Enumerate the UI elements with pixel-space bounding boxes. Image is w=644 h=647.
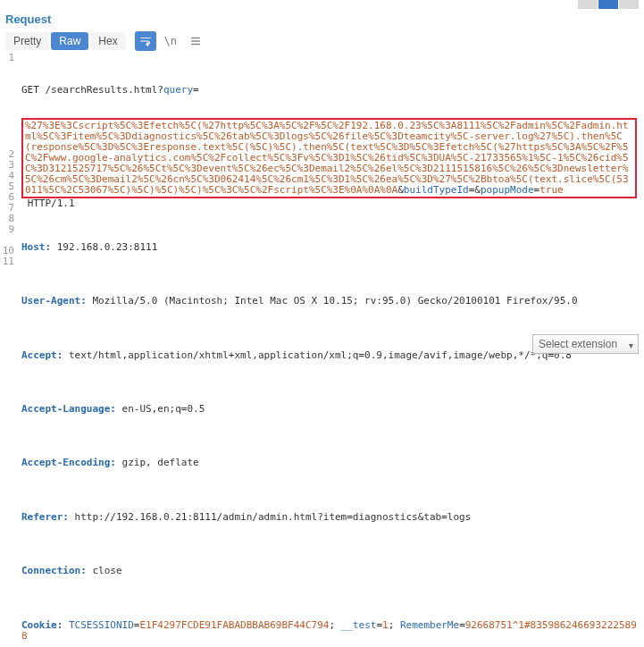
extension-select[interactable]: Select extension xyxy=(532,334,639,354)
newline-escape-icon[interactable]: \n xyxy=(160,31,181,51)
amp2: & xyxy=(474,184,481,196)
layout-single-button[interactable] xyxy=(619,0,639,9)
hdr-alang-k: Accept-Language: xyxy=(21,403,116,415)
hdr-ua-k: User-Agent: xyxy=(21,295,87,307)
hdr-aenc-v: gzip, deflate xyxy=(116,457,199,468)
sep2: ; xyxy=(389,619,400,631)
cookie-rem-k: RememberMe xyxy=(400,619,459,631)
request-heading: Request xyxy=(0,0,644,31)
param-popupMode: popupMode xyxy=(481,184,534,196)
highlighted-payload: %27%3E%3Cscript%5C%3Efetch%5C(%27http%5C… xyxy=(21,118,637,199)
hdr-ua-v: Mozilla/5.0 (Macintosh; Intel Mac OS X 1… xyxy=(87,295,578,307)
hdr-aenc-k: Accept-Encoding: xyxy=(21,457,116,468)
toggle-linewrap-icon[interactable] xyxy=(135,31,156,51)
hdr-accept-k: Accept: xyxy=(21,349,63,361)
cookie-test-v: 1 xyxy=(382,619,389,631)
hdr-host-k: Host: xyxy=(21,241,51,253)
cookie-test-k: __test xyxy=(341,619,377,631)
layout-columns-button[interactable] xyxy=(578,0,598,9)
hdr-ref-v: http://192.168.0.21:8111/admin/admin.htm… xyxy=(69,511,471,523)
hamburger-icon[interactable] xyxy=(185,31,206,51)
cookie-tcs-k: TCSESSIONID xyxy=(69,619,134,631)
req-ln-1: 1 xyxy=(0,53,18,63)
eq: = xyxy=(193,84,199,96)
hdr-cookie-k: Cookie: xyxy=(21,619,63,631)
hdr-conn-v: close xyxy=(87,565,122,576)
req-method-path: GET /searchResults.html? xyxy=(21,84,163,96)
request-toolbar: Pretty Raw Hex \n xyxy=(0,31,644,53)
layout-split-button[interactable] xyxy=(598,0,618,9)
hdr-accept-v: text/html,application/xhtml+xml,applicat… xyxy=(63,349,572,361)
hdr-conn-k: Connection: xyxy=(21,565,87,576)
req-ln-11: 11 xyxy=(0,256,18,267)
layout-toggle-group xyxy=(578,0,639,9)
cookie-tcs-v: E1F4297FCDE91FABADBBAB69BF44C794 xyxy=(139,619,329,631)
param-buildTypeId: buildTypeId xyxy=(404,184,469,196)
tab-raw[interactable]: Raw xyxy=(51,32,88,50)
hdr-host-v: 192.168.0.23:8111 xyxy=(51,241,157,253)
hdr-alang-v: en-US,en;q=0.5 xyxy=(116,403,205,415)
http-version: HTTP/1.1 xyxy=(21,197,75,209)
sep1: ; xyxy=(329,619,340,631)
tab-hex[interactable]: Hex xyxy=(90,32,125,50)
hdr-ref-k: Referer: xyxy=(21,511,69,523)
popupMode-value: true xyxy=(539,184,564,196)
tab-pretty[interactable]: Pretty xyxy=(5,32,49,50)
param-query: query xyxy=(163,84,193,96)
req-ln-9: 9 xyxy=(0,224,18,235)
amp: & xyxy=(397,184,404,196)
